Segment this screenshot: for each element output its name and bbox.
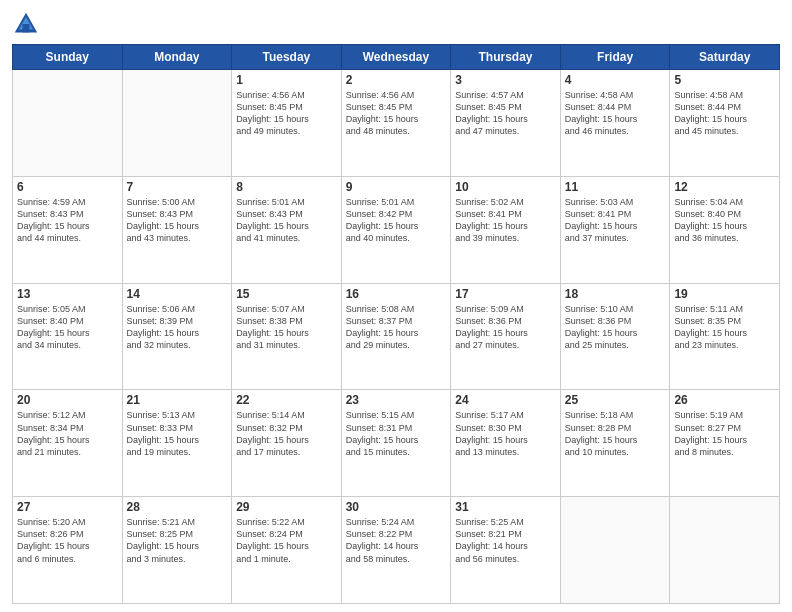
day-number: 22 [236,393,337,407]
calendar-week-3: 13Sunrise: 5:05 AM Sunset: 8:40 PM Dayli… [13,283,780,390]
day-info: Sunrise: 5:15 AM Sunset: 8:31 PM Dayligh… [346,409,447,458]
calendar-cell: 13Sunrise: 5:05 AM Sunset: 8:40 PM Dayli… [13,283,123,390]
day-info: Sunrise: 4:58 AM Sunset: 8:44 PM Dayligh… [674,89,775,138]
day-info: Sunrise: 5:14 AM Sunset: 8:32 PM Dayligh… [236,409,337,458]
day-number: 6 [17,180,118,194]
calendar-cell [122,70,232,177]
calendar-cell: 14Sunrise: 5:06 AM Sunset: 8:39 PM Dayli… [122,283,232,390]
day-number: 15 [236,287,337,301]
day-info: Sunrise: 4:58 AM Sunset: 8:44 PM Dayligh… [565,89,666,138]
day-info: Sunrise: 5:24 AM Sunset: 8:22 PM Dayligh… [346,516,447,565]
day-info: Sunrise: 5:25 AM Sunset: 8:21 PM Dayligh… [455,516,556,565]
calendar-cell: 26Sunrise: 5:19 AM Sunset: 8:27 PM Dayli… [670,390,780,497]
day-info: Sunrise: 5:20 AM Sunset: 8:26 PM Dayligh… [17,516,118,565]
day-number: 27 [17,500,118,514]
day-info: Sunrise: 4:59 AM Sunset: 8:43 PM Dayligh… [17,196,118,245]
calendar-week-1: 1Sunrise: 4:56 AM Sunset: 8:45 PM Daylig… [13,70,780,177]
day-info: Sunrise: 5:04 AM Sunset: 8:40 PM Dayligh… [674,196,775,245]
calendar-cell: 3Sunrise: 4:57 AM Sunset: 8:45 PM Daylig… [451,70,561,177]
calendar-cell: 20Sunrise: 5:12 AM Sunset: 8:34 PM Dayli… [13,390,123,497]
day-number: 7 [127,180,228,194]
calendar-cell: 31Sunrise: 5:25 AM Sunset: 8:21 PM Dayli… [451,497,561,604]
calendar-table: SundayMondayTuesdayWednesdayThursdayFrid… [12,44,780,604]
day-info: Sunrise: 5:13 AM Sunset: 8:33 PM Dayligh… [127,409,228,458]
day-number: 14 [127,287,228,301]
day-info: Sunrise: 5:07 AM Sunset: 8:38 PM Dayligh… [236,303,337,352]
calendar-cell: 27Sunrise: 5:20 AM Sunset: 8:26 PM Dayli… [13,497,123,604]
weekday-header-wednesday: Wednesday [341,45,451,70]
calendar-cell: 7Sunrise: 5:00 AM Sunset: 8:43 PM Daylig… [122,176,232,283]
day-info: Sunrise: 5:09 AM Sunset: 8:36 PM Dayligh… [455,303,556,352]
calendar-cell: 11Sunrise: 5:03 AM Sunset: 8:41 PM Dayli… [560,176,670,283]
day-info: Sunrise: 5:19 AM Sunset: 8:27 PM Dayligh… [674,409,775,458]
calendar-cell: 23Sunrise: 5:15 AM Sunset: 8:31 PM Dayli… [341,390,451,497]
calendar-cell: 4Sunrise: 4:58 AM Sunset: 8:44 PM Daylig… [560,70,670,177]
day-info: Sunrise: 5:12 AM Sunset: 8:34 PM Dayligh… [17,409,118,458]
day-number: 4 [565,73,666,87]
logo [12,10,42,38]
calendar-cell: 8Sunrise: 5:01 AM Sunset: 8:43 PM Daylig… [232,176,342,283]
day-number: 20 [17,393,118,407]
day-number: 28 [127,500,228,514]
calendar-cell [670,497,780,604]
day-number: 24 [455,393,556,407]
calendar-cell: 21Sunrise: 5:13 AM Sunset: 8:33 PM Dayli… [122,390,232,497]
day-info: Sunrise: 5:21 AM Sunset: 8:25 PM Dayligh… [127,516,228,565]
calendar-cell: 17Sunrise: 5:09 AM Sunset: 8:36 PM Dayli… [451,283,561,390]
day-info: Sunrise: 5:01 AM Sunset: 8:43 PM Dayligh… [236,196,337,245]
calendar-cell: 10Sunrise: 5:02 AM Sunset: 8:41 PM Dayli… [451,176,561,283]
calendar-cell [13,70,123,177]
calendar-cell: 22Sunrise: 5:14 AM Sunset: 8:32 PM Dayli… [232,390,342,497]
calendar-cell: 16Sunrise: 5:08 AM Sunset: 8:37 PM Dayli… [341,283,451,390]
day-number: 11 [565,180,666,194]
day-number: 21 [127,393,228,407]
day-number: 9 [346,180,447,194]
weekday-header-thursday: Thursday [451,45,561,70]
logo-icon [12,10,40,38]
calendar-cell: 29Sunrise: 5:22 AM Sunset: 8:24 PM Dayli… [232,497,342,604]
day-number: 10 [455,180,556,194]
day-info: Sunrise: 5:18 AM Sunset: 8:28 PM Dayligh… [565,409,666,458]
day-info: Sunrise: 5:08 AM Sunset: 8:37 PM Dayligh… [346,303,447,352]
day-info: Sunrise: 5:17 AM Sunset: 8:30 PM Dayligh… [455,409,556,458]
calendar-cell: 19Sunrise: 5:11 AM Sunset: 8:35 PM Dayli… [670,283,780,390]
day-info: Sunrise: 4:56 AM Sunset: 8:45 PM Dayligh… [346,89,447,138]
day-number: 25 [565,393,666,407]
day-number: 26 [674,393,775,407]
weekday-header-tuesday: Tuesday [232,45,342,70]
day-info: Sunrise: 5:06 AM Sunset: 8:39 PM Dayligh… [127,303,228,352]
day-number: 30 [346,500,447,514]
calendar-week-2: 6Sunrise: 4:59 AM Sunset: 8:43 PM Daylig… [13,176,780,283]
day-number: 8 [236,180,337,194]
calendar-cell: 25Sunrise: 5:18 AM Sunset: 8:28 PM Dayli… [560,390,670,497]
day-info: Sunrise: 4:57 AM Sunset: 8:45 PM Dayligh… [455,89,556,138]
calendar-cell: 30Sunrise: 5:24 AM Sunset: 8:22 PM Dayli… [341,497,451,604]
calendar-cell: 2Sunrise: 4:56 AM Sunset: 8:45 PM Daylig… [341,70,451,177]
day-info: Sunrise: 5:22 AM Sunset: 8:24 PM Dayligh… [236,516,337,565]
calendar-cell [560,497,670,604]
day-number: 1 [236,73,337,87]
calendar-body: 1Sunrise: 4:56 AM Sunset: 8:45 PM Daylig… [13,70,780,604]
calendar-cell: 18Sunrise: 5:10 AM Sunset: 8:36 PM Dayli… [560,283,670,390]
day-number: 31 [455,500,556,514]
day-number: 29 [236,500,337,514]
day-number: 5 [674,73,775,87]
calendar-cell: 6Sunrise: 4:59 AM Sunset: 8:43 PM Daylig… [13,176,123,283]
day-number: 17 [455,287,556,301]
calendar-week-5: 27Sunrise: 5:20 AM Sunset: 8:26 PM Dayli… [13,497,780,604]
weekday-header-row: SundayMondayTuesdayWednesdayThursdayFrid… [13,45,780,70]
day-info: Sunrise: 5:11 AM Sunset: 8:35 PM Dayligh… [674,303,775,352]
weekday-header-saturday: Saturday [670,45,780,70]
weekday-header-monday: Monday [122,45,232,70]
calendar-cell: 15Sunrise: 5:07 AM Sunset: 8:38 PM Dayli… [232,283,342,390]
day-info: Sunrise: 5:05 AM Sunset: 8:40 PM Dayligh… [17,303,118,352]
calendar-cell: 28Sunrise: 5:21 AM Sunset: 8:25 PM Dayli… [122,497,232,604]
day-number: 16 [346,287,447,301]
weekday-header-sunday: Sunday [13,45,123,70]
calendar-cell: 5Sunrise: 4:58 AM Sunset: 8:44 PM Daylig… [670,70,780,177]
day-number: 3 [455,73,556,87]
header [12,10,780,38]
day-info: Sunrise: 5:01 AM Sunset: 8:42 PM Dayligh… [346,196,447,245]
day-number: 19 [674,287,775,301]
day-number: 2 [346,73,447,87]
